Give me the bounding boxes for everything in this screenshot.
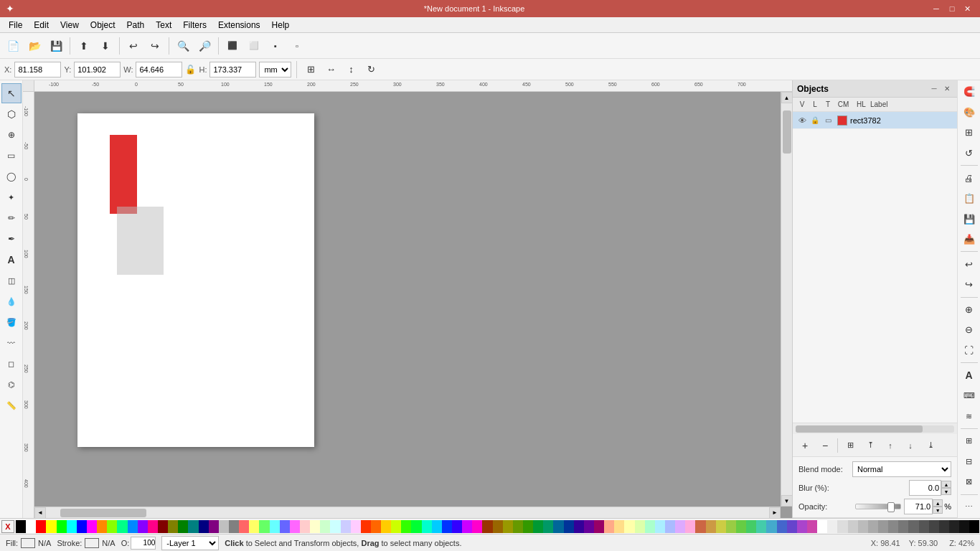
palette-color-006699[interactable] (553, 520, 563, 533)
palette-color-c0c0c0[interactable] (219, 520, 229, 533)
circle-tool-button[interactable]: ◯ (1, 166, 22, 187)
palette-color-ccff00[interactable] (391, 520, 401, 533)
lower-button[interactable]: ↓ (901, 436, 920, 455)
palette-color-aa44cc[interactable] (797, 520, 807, 533)
palette-color-6666ff[interactable] (280, 520, 290, 533)
opacity-down-button[interactable]: ▼ (933, 507, 943, 514)
palette-color-aaffcc[interactable] (645, 520, 655, 533)
palette-color-008080[interactable] (188, 520, 198, 533)
transform-btn-1[interactable]: ⊞ (302, 61, 319, 78)
align-distribute-button[interactable]: ⊞ (959, 123, 979, 143)
import-panel-button[interactable]: 📥 (959, 230, 979, 250)
redo-panel-button[interactable]: ↪ (959, 275, 979, 295)
connector-tool-button[interactable]: ⌬ (1, 375, 22, 395)
menu-edit[interactable]: Edit (28, 19, 55, 32)
fill-color-box[interactable] (21, 538, 35, 548)
scroll-right[interactable]: ▲ ▼ (781, 92, 792, 507)
palette-color-dddddd[interactable] (837, 520, 847, 533)
palette-color-cccc44[interactable] (716, 520, 726, 533)
palette-color-999900[interactable] (503, 520, 513, 533)
transform-btn-3[interactable]: ↕ (342, 61, 359, 78)
palette-color-ff0088[interactable] (148, 520, 158, 533)
palette-color-000080[interactable] (199, 520, 209, 533)
save-button[interactable]: 💾 (46, 36, 66, 56)
palette-color-0088ff[interactable] (128, 520, 138, 533)
palette-color-800000[interactable] (158, 520, 168, 533)
palette-color-00ffcc[interactable] (422, 520, 432, 533)
palette-color-99cc44[interactable] (726, 520, 736, 533)
palette-color-ffff00[interactable] (46, 520, 56, 533)
palette-color-996600[interactable] (493, 520, 503, 533)
x-input[interactable] (14, 62, 61, 77)
palette-color-aabbff[interactable] (665, 520, 675, 533)
scroll-thumb-h[interactable] (60, 509, 146, 517)
close-button[interactable]: ✕ (961, 3, 974, 14)
palette-color-44aacc[interactable] (766, 520, 776, 533)
path-effects-button[interactable]: ≋ (959, 406, 979, 426)
menu-filters[interactable]: Filters (177, 19, 212, 32)
palette-color-ddaaff[interactable] (675, 520, 685, 533)
save-panel-button[interactable]: 💾 (959, 209, 979, 229)
palette-color-00ff00[interactable] (57, 520, 67, 533)
zoom-tool-button[interactable]: ⊕ (1, 125, 22, 145)
fit-page-button[interactable]: ⛶ (959, 341, 979, 361)
maximize-button[interactable]: □ (946, 3, 958, 14)
align-right-button[interactable]: ▪ (265, 36, 286, 56)
palette-color-8800ff[interactable] (138, 520, 148, 533)
add-object-button[interactable]: + (796, 436, 814, 455)
scroll-right-arrow[interactable]: ► (769, 507, 781, 519)
doc-properties-button[interactable]: 📋 (959, 189, 979, 209)
palette-color-ffccff[interactable] (351, 520, 361, 533)
objects-scroll[interactable] (793, 423, 957, 434)
transform-btn-2[interactable]: ↔ (322, 61, 339, 78)
palette-color-44ccaa[interactable] (756, 520, 766, 533)
palette-color-009966[interactable] (543, 520, 553, 533)
palette-color-008000[interactable] (178, 520, 188, 533)
palette-color-cc44aa[interactable] (807, 520, 817, 533)
pen-tool-button[interactable]: ✒ (1, 229, 22, 249)
palette-color-cc6644[interactable] (695, 520, 705, 533)
palette-color-ff6666[interactable] (239, 520, 249, 533)
palette-color-0000ff[interactable] (77, 520, 87, 533)
new-button[interactable]: 📄 (3, 36, 23, 56)
menu-text[interactable]: Text (150, 19, 177, 32)
y-input[interactable] (74, 62, 121, 77)
text-tool-button[interactable]: A (1, 250, 22, 270)
snapping-button[interactable]: ⊠ (959, 472, 979, 492)
grid-button[interactable]: ⊞ (959, 431, 979, 451)
palette-color-330099[interactable] (574, 520, 584, 533)
object-row-rect3782[interactable]: 👁 🔒 ▭ rect3782 (793, 112, 957, 129)
menu-help[interactable]: Help (266, 19, 296, 32)
palette-color-888888[interactable] (888, 520, 898, 533)
guides-button[interactable]: ⊟ (959, 451, 979, 471)
palette-color-cc9944[interactable] (706, 520, 716, 533)
palette-color-ffffff[interactable] (26, 520, 36, 533)
open-button[interactable]: 📂 (24, 36, 44, 56)
palette-color-333333[interactable] (939, 520, 949, 533)
blend-mode-select[interactable]: Normal Multiply Screen Overlay Darken Li… (852, 461, 951, 477)
palette-color-ff66ff[interactable] (290, 520, 300, 533)
text-tool-r-button[interactable]: A (959, 365, 979, 385)
transform-panel-button[interactable]: ↺ (959, 143, 979, 164)
raise-button[interactable]: ↑ (881, 436, 900, 455)
palette-color-666666[interactable] (908, 520, 918, 533)
align-center-button[interactable]: ⬜ (244, 36, 264, 56)
palette-color-66ffff[interactable] (270, 520, 280, 533)
zoom-panel-button[interactable]: ⊕ (959, 300, 979, 320)
minimize-button[interactable]: ─ (930, 3, 943, 14)
measure-tool-button[interactable]: 📏 (1, 395, 22, 415)
zoom-in-button[interactable]: 🔍 (173, 36, 193, 56)
palette-color-660099[interactable] (584, 520, 594, 533)
unit-select[interactable]: mmpxcminpt (259, 62, 291, 77)
palette-color-44cc66[interactable] (746, 520, 756, 533)
palette-color-ffaa88[interactable] (604, 520, 614, 533)
xml-editor-button[interactable]: ⌨ (959, 386, 979, 406)
palette-color-ff3300[interactable] (361, 520, 371, 533)
obj-lock-icon[interactable]: 🔒 (809, 116, 821, 124)
snap-button[interactable]: 🧲 (959, 82, 979, 102)
menu-file[interactable]: File (3, 19, 28, 32)
menu-extensions[interactable]: Extensions (212, 19, 266, 32)
palette-color-ff00ff[interactable] (87, 520, 97, 533)
palette-color-000000[interactable] (969, 520, 979, 533)
blur-down-button[interactable]: ▼ (941, 488, 951, 495)
